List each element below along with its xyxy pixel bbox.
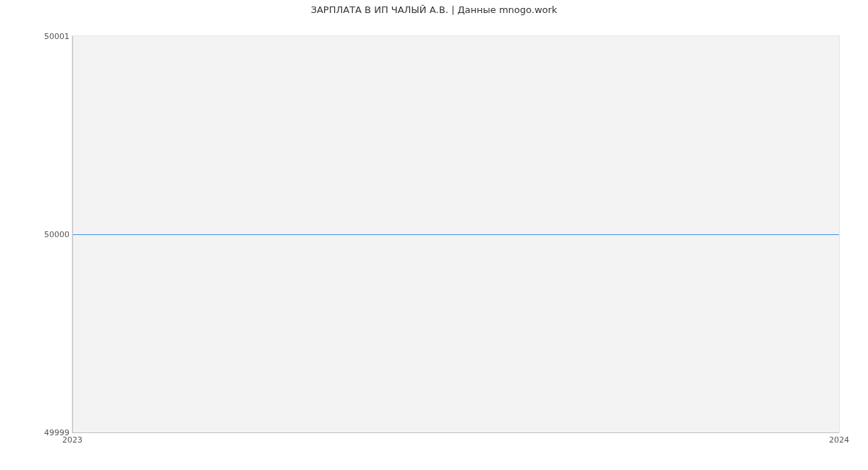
y-tick-label: 50001 <box>4 32 69 41</box>
y-tick-label: 50000 <box>4 230 69 239</box>
axis-y-spine <box>72 36 73 432</box>
x-tick-label: 2024 <box>829 435 849 445</box>
salary-chart: ЗАРПЛАТА В ИП ЧАЛЫЙ А.В. | Данные mnogo.… <box>0 0 868 470</box>
axis-x-spine <box>72 432 839 433</box>
chart-title: ЗАРПЛАТА В ИП ЧАЛЫЙ А.В. | Данные mnogo.… <box>0 4 868 15</box>
y-tick-label: 49999 <box>4 428 69 437</box>
x-tick-label: 2023 <box>62 435 82 445</box>
salary-line <box>72 234 839 235</box>
plot-area <box>72 36 839 432</box>
